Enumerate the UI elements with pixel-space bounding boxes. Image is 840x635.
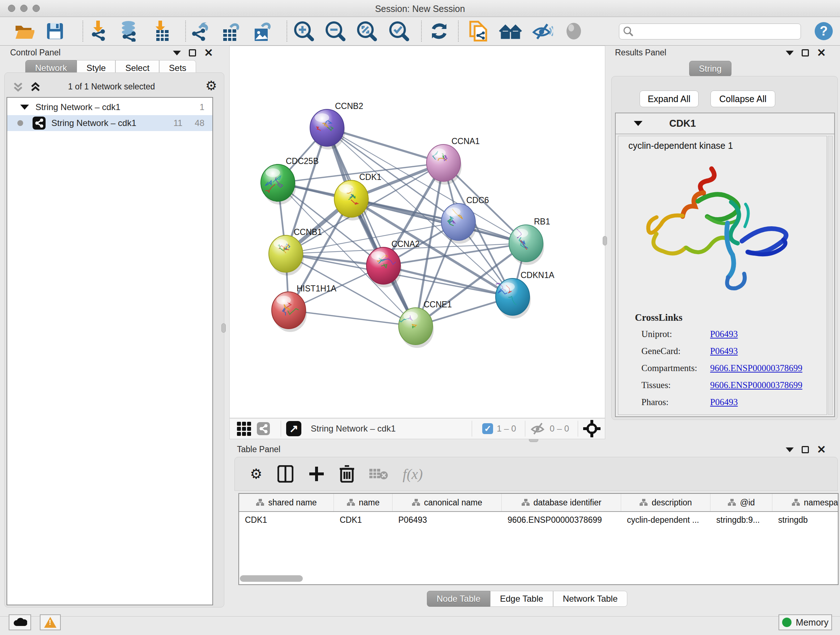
column-header-label: shared name xyxy=(268,498,317,508)
table-cell[interactable]: 9606.ENSP00000378699 xyxy=(502,512,621,529)
right-splitter-handle[interactable] xyxy=(603,236,607,245)
import-network-icon[interactable] xyxy=(87,20,110,42)
float-panel-icon[interactable] xyxy=(173,51,181,55)
hide-selected-eye-icon[interactable] xyxy=(531,20,554,42)
export-table-icon[interactable] xyxy=(219,20,242,42)
table-cell[interactable]: cyclin-dependent ... xyxy=(621,512,711,529)
column-header-name[interactable]: name xyxy=(334,494,393,511)
function-builder-icon[interactable]: f(x) xyxy=(403,466,423,483)
network-collection-row[interactable]: String Network – cdk1 1 xyxy=(7,99,212,115)
search-field[interactable] xyxy=(619,24,801,40)
tab-edge-table[interactable]: Edge Table xyxy=(490,591,553,607)
column-header-namespace[interactable]: namespace xyxy=(772,494,838,511)
warning-status-button[interactable] xyxy=(40,614,61,630)
column-header-canonical-name[interactable]: canonical name xyxy=(393,494,502,511)
expand-all-button[interactable]: Expand All xyxy=(639,90,699,107)
birds-eye-view-icon[interactable] xyxy=(237,422,251,436)
tab-string[interactable]: String xyxy=(689,61,731,77)
crosslink-link[interactable]: P06493 xyxy=(710,397,737,407)
refresh-icon[interactable] xyxy=(428,20,451,42)
undock-panel-icon[interactable] xyxy=(802,49,809,57)
search-icon xyxy=(623,26,634,37)
memory-button[interactable]: Memory xyxy=(778,614,832,630)
column-header-label: database identifier xyxy=(534,498,602,508)
gear-icon[interactable]: ⚙ xyxy=(205,78,217,93)
close-panel-icon[interactable]: ✕ xyxy=(817,446,826,453)
protein-structure-image xyxy=(636,158,806,302)
network-canvas[interactable]: CCNB2CCNA1CDC25BCDK1CDC6RB1CCNB1CCNA2CDK… xyxy=(229,46,605,418)
tab-network-table[interactable]: Network Table xyxy=(553,591,628,607)
float-panel-icon[interactable] xyxy=(786,51,794,55)
undock-panel-icon[interactable] xyxy=(802,446,809,453)
column-header-label: canonical name xyxy=(424,498,482,508)
column-header--id[interactable]: @id xyxy=(711,494,772,511)
table-row[interactable]: CDK1CDK1P064939606.ENSP00000378699cyclin… xyxy=(239,512,838,529)
cloud-status-button[interactable] xyxy=(9,614,31,630)
gene-section-header[interactable]: CDK1 xyxy=(616,113,834,134)
search-input[interactable] xyxy=(634,27,793,36)
copy-document-icon[interactable] xyxy=(467,20,490,42)
show-columns-icon[interactable] xyxy=(278,465,294,483)
table-cell[interactable]: CDK1 xyxy=(239,512,334,529)
undock-panel-icon[interactable] xyxy=(189,49,196,57)
results-scrollbar[interactable] xyxy=(828,136,833,415)
help-icon[interactable]: ? xyxy=(815,22,833,40)
zoom-selected-icon[interactable] xyxy=(387,20,411,42)
open-session-icon[interactable] xyxy=(13,20,36,42)
table-settings-gear-icon[interactable]: ⚙ xyxy=(250,466,262,482)
collapse-all-icon[interactable] xyxy=(11,80,25,93)
export-network-icon[interactable] xyxy=(188,20,211,42)
title-bar: Session: New Session xyxy=(0,0,840,17)
column-header-label: description xyxy=(652,498,692,508)
close-panel-icon[interactable]: ✕ xyxy=(817,49,826,57)
show-eye-icon[interactable] xyxy=(562,20,585,42)
collapse-all-button[interactable]: Collapse All xyxy=(711,90,775,107)
table-cell[interactable]: stringdb xyxy=(772,512,838,529)
float-panel-icon[interactable] xyxy=(786,448,794,452)
table-cell[interactable]: P06493 xyxy=(393,512,502,529)
collapse-caret-icon[interactable] xyxy=(20,105,29,110)
add-column-icon[interactable] xyxy=(309,466,325,482)
crosslink-link[interactable]: P06493 xyxy=(710,346,737,356)
import-table-icon[interactable] xyxy=(150,20,173,42)
column-header-database-identifier[interactable]: database identifier xyxy=(502,494,621,511)
edge-CCNB2-CCNE1[interactable] xyxy=(327,128,416,326)
zoom-fit-icon[interactable] xyxy=(355,20,378,42)
gene-result-card: CDK1 cyclin-dependent kinase 1 CrossLi xyxy=(615,112,835,417)
save-session-icon[interactable] xyxy=(43,20,66,42)
close-panel-icon[interactable]: ✕ xyxy=(204,49,213,57)
results-panel-controls: ✕ xyxy=(786,49,826,57)
memory-label: Memory xyxy=(796,617,829,628)
left-splitter-handle[interactable] xyxy=(221,323,226,333)
open-external-icon[interactable]: ↗ xyxy=(286,421,302,436)
home-pages-icon[interactable] xyxy=(499,20,522,42)
node-table[interactable]: shared namenamecanonical namedatabase id… xyxy=(238,493,838,585)
node-label-CDC6: CDC6 xyxy=(466,195,489,205)
export-image-icon[interactable] xyxy=(250,20,273,42)
collapse-caret-icon[interactable] xyxy=(634,121,643,126)
fit-crosshair-icon[interactable] xyxy=(583,420,600,437)
network-label: String Network – cdk1 xyxy=(51,118,136,128)
column-header-description[interactable]: description xyxy=(621,494,711,511)
delete-column-icon[interactable] xyxy=(340,465,354,483)
zoom-out-icon[interactable] xyxy=(324,20,347,42)
column-header-shared-name[interactable]: shared name xyxy=(239,494,334,511)
table-horizontal-scrollbar[interactable] xyxy=(240,575,303,582)
crosslink-link[interactable]: 9606.ENSP00000378699 xyxy=(710,380,802,390)
selected-checkbox-icon[interactable]: ✓ xyxy=(482,423,493,434)
hidden-eye-icon[interactable] xyxy=(531,422,546,435)
edge-HIST1H1A-CCNE1[interactable] xyxy=(289,310,416,326)
gene-name: CDK1 xyxy=(669,118,696,129)
zoom-in-icon[interactable] xyxy=(292,20,316,42)
tab-node-table[interactable]: Node Table xyxy=(427,591,490,607)
crosslink-link[interactable]: 9606.ENSP00000378699 xyxy=(710,363,802,373)
column-header-label: namespace xyxy=(804,498,838,508)
string-badge-icon[interactable] xyxy=(257,422,270,435)
delete-table-icon[interactable] xyxy=(369,467,388,480)
import-network-from-database-icon[interactable] xyxy=(117,20,140,42)
crosslink-link[interactable]: P06493 xyxy=(710,329,737,339)
expand-all-icon[interactable] xyxy=(29,80,42,93)
table-cell[interactable]: stringdb:9... xyxy=(711,512,772,529)
table-cell[interactable]: CDK1 xyxy=(334,512,393,529)
network-row-selected[interactable]: String Network – cdk1 11 48 xyxy=(7,115,212,131)
